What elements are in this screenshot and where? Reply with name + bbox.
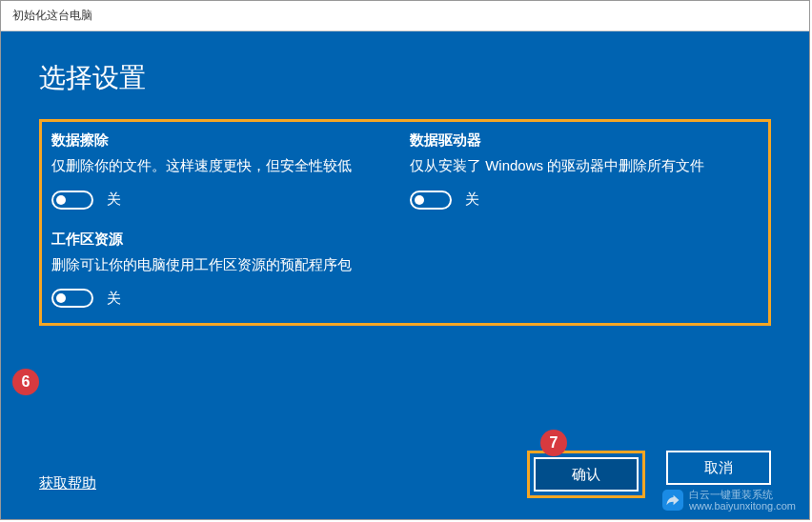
- titlebar: 初始化这台电脑: [1, 1, 809, 31]
- option-workspace-title: 工作区资源: [51, 231, 400, 249]
- content-area: 选择设置 数据擦除 仅删除你的文件。这样速度更快，但安全性较低 关 数据驱动器 …: [1, 31, 809, 519]
- watermark-logo-icon: [662, 490, 683, 511]
- options-container: 数据擦除 仅删除你的文件。这样速度更快，但安全性较低 关 数据驱动器 仅从安装了…: [39, 119, 771, 326]
- toggle-workspace-label: 关: [107, 290, 121, 308]
- toggle-knob-icon: [415, 195, 424, 205]
- toggle-knob-icon: [56, 195, 66, 205]
- watermark-text: 白云一键重装系统 www.baiyunxitong.com: [689, 489, 796, 512]
- annotation-badge-6: 6: [12, 369, 39, 395]
- toggle-data-drives[interactable]: [410, 191, 452, 210]
- option-workspace-toggle-row: 关: [51, 289, 400, 308]
- toggle-data-erase-label: 关: [107, 191, 121, 209]
- option-data-drives: 数据驱动器 仅从安装了 Windows 的驱动器中删除所有文件 关: [410, 131, 759, 210]
- help-link[interactable]: 获取帮助: [39, 474, 96, 492]
- toggle-data-drives-label: 关: [465, 191, 479, 209]
- toggle-knob-icon: [56, 293, 66, 303]
- reset-pc-window: 初始化这台电脑 选择设置 数据擦除 仅删除你的文件。这样速度更快，但安全性较低 …: [0, 0, 810, 520]
- option-data-erase-title: 数据擦除: [51, 131, 400, 150]
- watermark: 白云一键重装系统 www.baiyunxitong.com: [662, 489, 796, 512]
- option-data-drives-toggle-row: 关: [410, 191, 759, 210]
- annotation-badge-7: 7: [540, 430, 567, 456]
- cancel-button[interactable]: 取消: [666, 451, 771, 485]
- window-title: 初始化这台电脑: [12, 8, 92, 24]
- watermark-url: www.baiyunxitong.com: [689, 500, 796, 512]
- watermark-brand: 白云一键重装系统: [689, 489, 796, 500]
- confirm-highlight: 确认: [527, 451, 645, 498]
- option-data-erase: 数据擦除 仅删除你的文件。这样速度更快，但安全性较低 关: [51, 131, 400, 210]
- option-data-erase-toggle-row: 关: [51, 191, 400, 210]
- page-title: 选择设置: [39, 60, 771, 96]
- confirm-button[interactable]: 确认: [534, 457, 639, 492]
- option-data-erase-desc: 仅删除你的文件。这样速度更快，但安全性较低: [51, 155, 400, 177]
- option-workspace-desc: 删除可让你的电脑使用工作区资源的预配程序包: [51, 254, 400, 276]
- option-data-drives-title: 数据驱动器: [410, 131, 759, 150]
- toggle-data-erase[interactable]: [51, 191, 93, 210]
- toggle-workspace[interactable]: [51, 289, 93, 308]
- option-data-drives-desc: 仅从安装了 Windows 的驱动器中删除所有文件: [410, 155, 759, 177]
- option-workspace: 工作区资源 删除可让你的电脑使用工作区资源的预配程序包 关: [51, 231, 400, 309]
